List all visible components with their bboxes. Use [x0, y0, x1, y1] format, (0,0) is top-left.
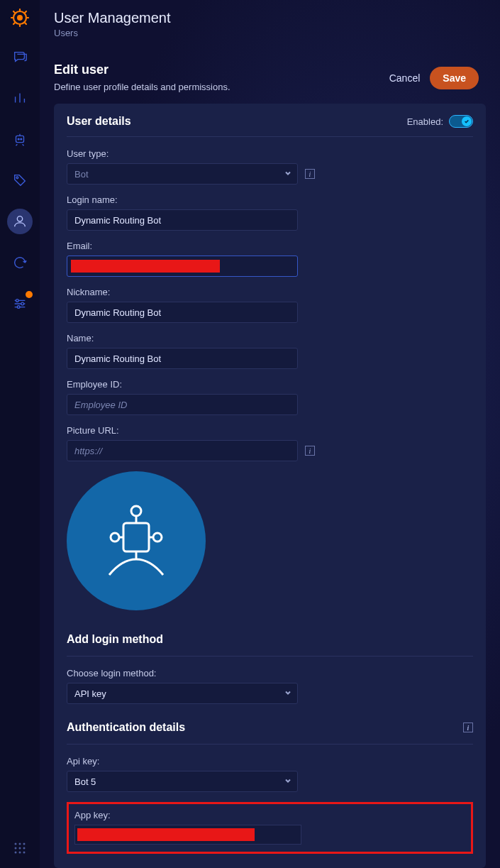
- info-icon[interactable]: i: [305, 446, 315, 456]
- enabled-toggle[interactable]: [449, 115, 473, 128]
- user-type-select[interactable]: Bot: [67, 163, 298, 185]
- svg-point-10: [15, 843, 17, 845]
- svg-point-23: [153, 533, 162, 542]
- svg-point-13: [15, 847, 17, 850]
- avatar-preview: [67, 471, 473, 610]
- svg-point-22: [111, 533, 119, 542]
- picture-url-label: Picture URL:: [67, 425, 473, 436]
- api-key-label: Api key:: [67, 756, 473, 767]
- nav-analytics-icon[interactable]: [7, 85, 33, 111]
- login-name-label: Login name:: [67, 194, 473, 205]
- login-name-input[interactable]: [67, 209, 298, 231]
- enabled-label: Enabled:: [407, 116, 443, 127]
- nickname-label: Nickname:: [67, 287, 473, 297]
- notification-dot-icon: [26, 291, 33, 298]
- app-key-label: App key:: [74, 810, 465, 820]
- svg-point-6: [17, 216, 22, 221]
- svg-point-19: [131, 506, 141, 516]
- redacted-app-key: [77, 828, 255, 841]
- svg-point-8: [21, 302, 24, 305]
- nav-apps-icon[interactable]: [7, 835, 33, 861]
- email-input[interactable]: [67, 256, 298, 277]
- name-input[interactable]: [67, 348, 298, 369]
- choose-login-label: Choose login method:: [67, 668, 473, 679]
- nav-settings-icon[interactable]: [7, 291, 33, 317]
- svg-point-11: [19, 843, 21, 845]
- picture-url-input[interactable]: [67, 440, 298, 461]
- page-header: User Management Users: [40, 0, 500, 45]
- svg-point-9: [17, 306, 20, 309]
- svg-point-16: [15, 852, 17, 854]
- login-method-value: API key: [74, 688, 106, 699]
- nav-refresh-icon[interactable]: [7, 250, 33, 275]
- nickname-input[interactable]: [67, 302, 298, 323]
- app-logo-icon: [9, 7, 30, 28]
- chevron-down-icon: [284, 776, 291, 787]
- email-label: Email:: [67, 241, 473, 251]
- save-button[interactable]: Save: [430, 67, 479, 89]
- app-key-input[interactable]: [74, 825, 301, 845]
- page-title: User Management: [54, 10, 486, 26]
- bot-avatar-icon: [67, 471, 206, 610]
- auth-details-heading: Authentication details: [67, 721, 185, 734]
- api-key-select[interactable]: Bot 5: [67, 771, 298, 792]
- employee-id-label: Employee ID:: [67, 379, 473, 390]
- chevron-down-icon: [284, 688, 291, 699]
- login-method-heading: Add login method: [67, 626, 473, 657]
- chevron-down-icon: [284, 169, 291, 180]
- svg-point-18: [23, 852, 26, 854]
- svg-point-14: [19, 847, 21, 850]
- user-details-panel: User details Enabled: User type: Bot i: [54, 104, 486, 868]
- user-type-label: User type:: [67, 148, 473, 159]
- svg-point-15: [23, 847, 26, 850]
- employee-id-input[interactable]: [67, 394, 298, 415]
- nav-users-icon[interactable]: [7, 209, 33, 234]
- left-nav-rail: [0, 0, 40, 868]
- user-details-heading: User details: [67, 115, 131, 128]
- cancel-button[interactable]: Cancel: [389, 72, 421, 84]
- login-method-select[interactable]: API key: [67, 683, 298, 704]
- svg-rect-2: [16, 136, 24, 142]
- redacted-email: [71, 260, 220, 273]
- app-key-highlight: App key:: [67, 802, 473, 854]
- main-content: User Management Users Edit user Define u…: [40, 0, 500, 868]
- nav-tag-icon[interactable]: [7, 167, 33, 193]
- svg-point-5: [16, 177, 18, 179]
- user-type-value: Bot: [74, 169, 89, 180]
- info-icon[interactable]: i: [305, 169, 315, 179]
- svg-point-4: [21, 138, 22, 140]
- info-icon[interactable]: i: [463, 723, 473, 732]
- svg-point-3: [18, 138, 19, 140]
- nav-bot-icon[interactable]: [7, 126, 33, 152]
- svg-point-1: [17, 15, 23, 21]
- api-key-value: Bot 5: [74, 776, 96, 787]
- svg-rect-21: [123, 523, 149, 551]
- svg-point-12: [23, 843, 26, 845]
- edit-title: Edit user: [54, 62, 230, 77]
- svg-point-17: [19, 852, 21, 854]
- edit-subtitle: Define user profile details and permissi…: [54, 82, 230, 92]
- breadcrumb: Users: [54, 28, 486, 38]
- svg-point-7: [16, 300, 19, 302]
- nav-chat-icon[interactable]: [7, 44, 33, 70]
- edit-bar: Edit user Define user profile details an…: [40, 45, 500, 104]
- name-label: Name:: [67, 333, 473, 344]
